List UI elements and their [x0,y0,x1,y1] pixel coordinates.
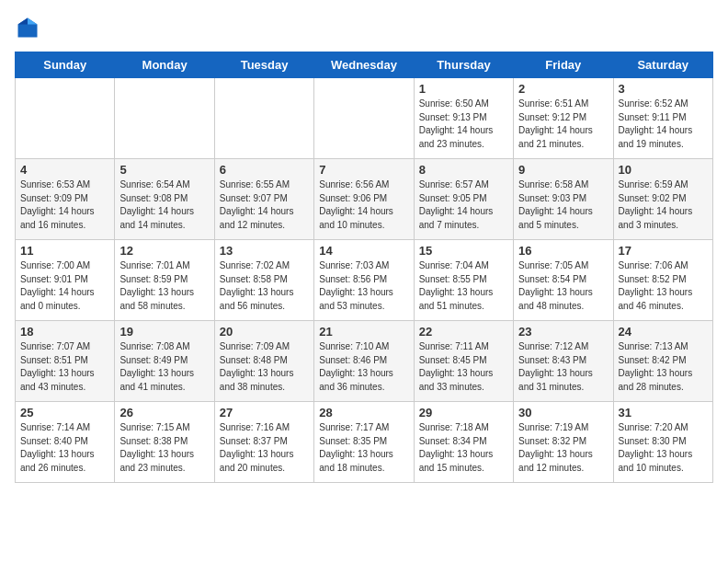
day-number: 4 [20,163,109,177]
day-header-tuesday: Tuesday [214,52,313,78]
day-info: Sunrise: 7:05 AM Sunset: 8:54 PM Dayligh… [518,259,608,313]
day-number: 14 [319,244,408,258]
day-info: Sunrise: 7:15 AM Sunset: 8:38 PM Dayligh… [119,421,209,475]
day-number: 31 [619,406,708,419]
calendar-cell: 22Sunrise: 7:11 AM Sunset: 8:45 PM Dayli… [414,321,513,402]
logo [15,15,44,40]
day-info: Sunrise: 7:08 AM Sunset: 8:49 PM Dayligh… [119,340,209,394]
day-info: Sunrise: 6:53 AM Sunset: 9:09 PM Dayligh… [20,178,109,232]
day-header-saturday: Saturday [613,52,712,78]
day-number: 6 [220,163,309,177]
day-number: 26 [119,406,209,419]
calendar-cell [214,78,313,159]
day-number: 5 [119,163,209,177]
day-number: 10 [619,163,708,177]
day-number: 15 [419,244,508,258]
day-info: Sunrise: 6:51 AM Sunset: 9:12 PM Dayligh… [518,98,608,151]
day-number: 27 [220,406,309,419]
calendar-cell [314,78,414,159]
calendar-cell: 11Sunrise: 7:00 AM Sunset: 9:01 PM Dayli… [16,240,115,321]
day-number: 13 [220,244,309,258]
calendar-cell: 17Sunrise: 7:06 AM Sunset: 8:52 PM Dayli… [613,240,712,321]
day-number: 28 [319,406,408,419]
calendar-week-2: 4Sunrise: 6:53 AM Sunset: 9:09 PM Daylig… [16,159,713,240]
calendar-cell: 1Sunrise: 6:50 AM Sunset: 9:13 PM Daylig… [414,78,513,159]
calendar-cell: 27Sunrise: 7:16 AM Sunset: 8:37 PM Dayli… [214,402,313,483]
day-number: 16 [518,244,608,258]
day-number: 23 [518,325,608,339]
calendar-week-3: 11Sunrise: 7:00 AM Sunset: 9:01 PM Dayli… [16,240,713,321]
day-info: Sunrise: 7:10 AM Sunset: 8:46 PM Dayligh… [319,340,408,394]
day-number: 18 [20,325,109,339]
calendar-cell: 3Sunrise: 6:52 AM Sunset: 9:11 PM Daylig… [613,78,712,159]
day-number: 2 [518,82,608,96]
day-info: Sunrise: 7:11 AM Sunset: 8:45 PM Dayligh… [419,340,508,394]
calendar-table: SundayMondayTuesdayWednesdayThursdayFrid… [15,52,713,483]
calendar-cell: 2Sunrise: 6:51 AM Sunset: 9:12 PM Daylig… [514,78,613,159]
calendar-cell [115,78,214,159]
page-header [15,15,713,40]
calendar-cell: 26Sunrise: 7:15 AM Sunset: 8:38 PM Dayli… [115,402,214,483]
calendar-cell: 30Sunrise: 7:19 AM Sunset: 8:32 PM Dayli… [514,402,613,483]
day-header-thursday: Thursday [414,52,513,78]
calendar-week-5: 25Sunrise: 7:14 AM Sunset: 8:40 PM Dayli… [16,402,713,483]
day-info: Sunrise: 6:54 AM Sunset: 9:08 PM Dayligh… [119,178,209,232]
calendar-cell: 15Sunrise: 7:04 AM Sunset: 8:55 PM Dayli… [414,240,513,321]
day-info: Sunrise: 7:06 AM Sunset: 8:52 PM Dayligh… [619,259,708,313]
calendar-cell: 4Sunrise: 6:53 AM Sunset: 9:09 PM Daylig… [16,159,115,240]
day-info: Sunrise: 7:18 AM Sunset: 8:34 PM Dayligh… [419,421,508,475]
day-number: 1 [419,82,508,96]
calendar-cell: 6Sunrise: 6:55 AM Sunset: 9:07 PM Daylig… [214,159,313,240]
calendar-week-4: 18Sunrise: 7:07 AM Sunset: 8:51 PM Dayli… [16,321,713,402]
day-info: Sunrise: 7:02 AM Sunset: 8:58 PM Dayligh… [220,259,309,313]
logo-icon [15,15,40,40]
day-number: 24 [619,325,708,339]
day-number: 11 [20,244,109,258]
calendar-cell: 12Sunrise: 7:01 AM Sunset: 8:59 PM Dayli… [115,240,214,321]
calendar-cell: 9Sunrise: 6:58 AM Sunset: 9:03 PM Daylig… [514,159,613,240]
day-header-friday: Friday [514,52,613,78]
day-number: 25 [20,406,109,419]
day-info: Sunrise: 7:14 AM Sunset: 8:40 PM Dayligh… [20,421,109,475]
day-info: Sunrise: 6:58 AM Sunset: 9:03 PM Dayligh… [518,178,608,232]
day-number: 9 [518,163,608,177]
day-number: 29 [419,406,508,419]
day-number: 8 [419,163,508,177]
calendar-cell: 13Sunrise: 7:02 AM Sunset: 8:58 PM Dayli… [214,240,313,321]
day-info: Sunrise: 6:56 AM Sunset: 9:06 PM Dayligh… [319,178,408,232]
day-info: Sunrise: 7:12 AM Sunset: 8:43 PM Dayligh… [518,340,608,394]
day-header-wednesday: Wednesday [314,52,414,78]
day-info: Sunrise: 6:55 AM Sunset: 9:07 PM Dayligh… [220,178,309,232]
day-info: Sunrise: 7:17 AM Sunset: 8:35 PM Dayligh… [319,421,408,475]
day-number: 17 [619,244,708,258]
calendar-cell: 24Sunrise: 7:13 AM Sunset: 8:42 PM Dayli… [613,321,712,402]
day-header-monday: Monday [115,52,214,78]
day-number: 12 [119,244,209,258]
day-number: 21 [319,325,408,339]
day-info: Sunrise: 6:59 AM Sunset: 9:02 PM Dayligh… [619,178,708,232]
svg-marker-2 [18,18,28,25]
calendar-cell: 21Sunrise: 7:10 AM Sunset: 8:46 PM Dayli… [314,321,414,402]
day-info: Sunrise: 7:01 AM Sunset: 8:59 PM Dayligh… [119,259,209,313]
day-number: 22 [419,325,508,339]
calendar-cell: 31Sunrise: 7:20 AM Sunset: 8:30 PM Dayli… [613,402,712,483]
calendar-cell: 29Sunrise: 7:18 AM Sunset: 8:34 PM Dayli… [414,402,513,483]
day-number: 7 [319,163,408,177]
calendar-cell: 10Sunrise: 6:59 AM Sunset: 9:02 PM Dayli… [613,159,712,240]
calendar-cell: 23Sunrise: 7:12 AM Sunset: 8:43 PM Dayli… [514,321,613,402]
calendar-cell: 5Sunrise: 6:54 AM Sunset: 9:08 PM Daylig… [115,159,214,240]
calendar-cell: 19Sunrise: 7:08 AM Sunset: 8:49 PM Dayli… [115,321,214,402]
day-info: Sunrise: 6:50 AM Sunset: 9:13 PM Dayligh… [419,98,508,151]
day-info: Sunrise: 7:13 AM Sunset: 8:42 PM Dayligh… [619,340,708,394]
svg-marker-1 [28,18,38,25]
day-info: Sunrise: 6:57 AM Sunset: 9:05 PM Dayligh… [419,178,508,232]
calendar-cell [16,78,115,159]
day-number: 30 [518,406,608,419]
day-number: 20 [220,325,309,339]
calendar-cell: 7Sunrise: 6:56 AM Sunset: 9:06 PM Daylig… [314,159,414,240]
day-info: Sunrise: 7:00 AM Sunset: 9:01 PM Dayligh… [20,259,109,313]
day-info: Sunrise: 7:04 AM Sunset: 8:55 PM Dayligh… [419,259,508,313]
calendar-cell: 20Sunrise: 7:09 AM Sunset: 8:48 PM Dayli… [214,321,313,402]
day-info: Sunrise: 7:07 AM Sunset: 8:51 PM Dayligh… [20,340,109,394]
calendar-header-row: SundayMondayTuesdayWednesdayThursdayFrid… [16,52,713,78]
